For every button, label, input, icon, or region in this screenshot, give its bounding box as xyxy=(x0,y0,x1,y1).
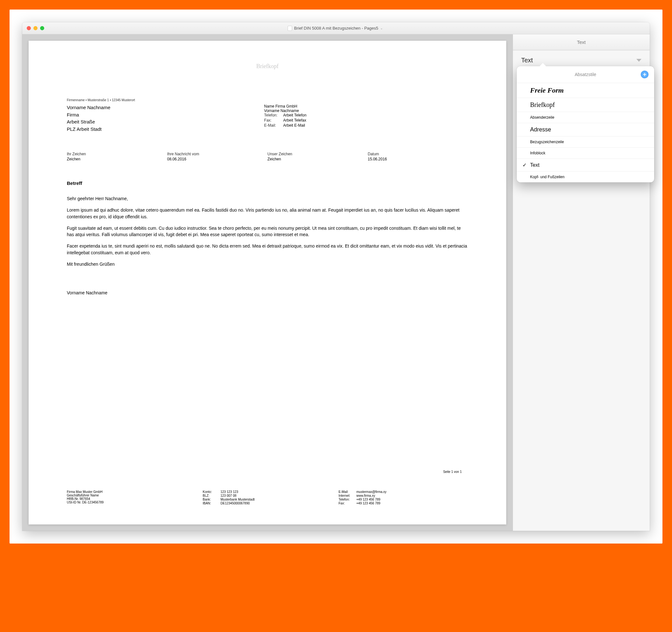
ref3-label: Unser Zeichen xyxy=(268,152,368,156)
style-kopf-fusszeilen[interactable]: Kopf- und Fußzeilen xyxy=(517,171,654,182)
closing: Mit freundlichen Grüßen xyxy=(67,261,468,267)
info-mail-value: Arbeit E-Mail xyxy=(283,123,305,127)
ref1-value: Zeichen xyxy=(67,157,167,161)
chevron-down-icon[interactable]: ⌄ xyxy=(380,26,383,30)
footer-tel-v: +49 123 456 789 xyxy=(356,498,380,501)
footer-tel-l: Telefon: xyxy=(339,498,356,501)
addr-city: PLZ Arbeit Stadt xyxy=(67,126,251,133)
footer-hrb: HRB-Nr. 987654 xyxy=(67,497,196,500)
app-window: Brief DIN 5008 A mit Bezugszeichen - Pag… xyxy=(22,22,650,531)
paragraph-3: Facer expetenda ius te, sint mundi aperi… xyxy=(67,243,468,256)
document-canvas[interactable]: Briefkopf Firmenname • Musterstraße 1 • … xyxy=(22,34,513,531)
footer-ustid: USt-ID Nr. DE-123456789 xyxy=(67,500,196,504)
footer-blz-l: BLZ: xyxy=(203,494,220,497)
style-adresse[interactable]: Adresse xyxy=(517,123,654,137)
salutation: Sehr geehrter Herr Nachname, xyxy=(67,195,468,202)
document-icon xyxy=(288,26,292,31)
ref1-label: Ihr Zeichen xyxy=(67,152,167,156)
style-freie-form[interactable]: Freie Form xyxy=(517,83,654,98)
footer-iban-l: IBAN: xyxy=(203,501,220,505)
signature: Vorname Nachname xyxy=(67,289,468,296)
addr-street: Arbeit Straße xyxy=(67,118,251,126)
close-icon[interactable] xyxy=(27,26,31,30)
recipient-address: Vorname Nachname Firma Arbeit Straße PLZ… xyxy=(67,104,251,133)
addr-name: Vorname Nachname xyxy=(67,104,251,111)
info-fax-label: Fax: xyxy=(264,118,283,122)
reference-row: Ihr ZeichenZeichen Ihre Nachricht vom08.… xyxy=(67,152,468,161)
info-company: Name Firma GmbH xyxy=(264,104,468,109)
briefkopf-placeholder: Briefkopf xyxy=(67,63,468,70)
style-text[interactable]: ✓Text xyxy=(517,159,654,171)
chevron-down-icon xyxy=(637,59,642,62)
ref4-value: 15.06.2016 xyxy=(368,157,468,161)
popover-title: Absatzstile xyxy=(530,72,641,77)
footer-web-l: Internet: xyxy=(339,494,356,497)
footer-company: Firma Max Muster GmbH xyxy=(67,490,196,494)
footer: Firma Max Muster GmbH Geschäftsführer Na… xyxy=(67,490,468,505)
info-tel-value: Arbeit Telefon xyxy=(283,113,306,117)
footer-bank-l: Bank: xyxy=(203,498,220,501)
ref2-value: 08.06.2016 xyxy=(167,157,267,161)
paragraph-2: Fugit suavitate ad eam, ut essent debiti… xyxy=(67,225,468,238)
add-style-button[interactable]: + xyxy=(641,71,648,78)
page-number: Seite 1 von 1 xyxy=(443,470,462,473)
style-bezugszeichenzeile[interactable]: Bezugszeichenzeile xyxy=(517,137,654,148)
titlebar: Brief DIN 5008 A mit Bezugszeichen - Pag… xyxy=(22,22,650,34)
window-title: Brief DIN 5008 A mit Bezugszeichen - Pag… xyxy=(294,26,378,30)
inspector-tab-text[interactable]: Text xyxy=(513,34,650,50)
paragraph-styles-popover: Absatzstile + Freie Form Briefkopf Absen… xyxy=(517,66,654,182)
style-absenderzeile[interactable]: Absenderzeile xyxy=(517,112,654,123)
footer-konto-v: 123 123 123 xyxy=(220,490,238,494)
footer-iban-v: DE12345000067890 xyxy=(220,501,250,505)
footer-fax-v: +49 123 456 789 xyxy=(356,501,380,505)
minimize-icon[interactable] xyxy=(33,26,38,30)
info-fax-value: Arbeit Telefax xyxy=(283,118,306,122)
info-mail-label: E-Mail: xyxy=(264,123,283,127)
footer-ceo: Geschäftsführer Name xyxy=(67,494,196,497)
zoom-icon[interactable] xyxy=(40,26,44,30)
sender-line: Firmenname • Musterstraße 1 • 12345 Must… xyxy=(67,98,468,102)
page: Briefkopf Firmenname • Musterstraße 1 • … xyxy=(29,41,506,524)
subject: Betreff xyxy=(67,181,468,186)
footer-mail-l: E-Mail: xyxy=(339,490,356,494)
letter-body: Sehr geehrter Herr Nachname, Lorem ipsum… xyxy=(67,195,468,296)
current-style-label: Text xyxy=(521,57,533,64)
style-infoblock[interactable]: Infoblock xyxy=(517,148,654,159)
ref3-value: Zeichen xyxy=(268,157,368,161)
inspector-panel: Text Text Ausrichtung ⇤ ⇥ xyxy=(513,34,650,531)
ref2-label: Ihre Nachricht vom xyxy=(167,152,267,156)
paragraph-1: Lorem ipsum ad qui adhuc dolore, vitae c… xyxy=(67,207,468,220)
info-person: Vorname Nachname xyxy=(264,109,468,113)
sender-infoblock: Name Firma GmbH Vorname Nachname Telefon… xyxy=(264,104,468,133)
checkmark-icon: ✓ xyxy=(523,162,528,168)
footer-blz-v: 123 007 08 xyxy=(220,494,236,497)
ref4-label: Datum xyxy=(368,152,468,156)
footer-mail-v: mustermax@firma.xy xyxy=(356,490,387,494)
footer-bank-v: Musterbank Musterstadt xyxy=(220,498,255,501)
addr-company: Firma xyxy=(67,111,251,119)
footer-web-v: www.firma.xy xyxy=(356,494,375,497)
footer-konto-l: Konto: xyxy=(203,490,220,494)
info-tel-label: Telefon: xyxy=(264,113,283,117)
style-briefkopf[interactable]: Briefkopf xyxy=(517,98,654,112)
footer-fax-l: Fax: xyxy=(339,501,356,505)
